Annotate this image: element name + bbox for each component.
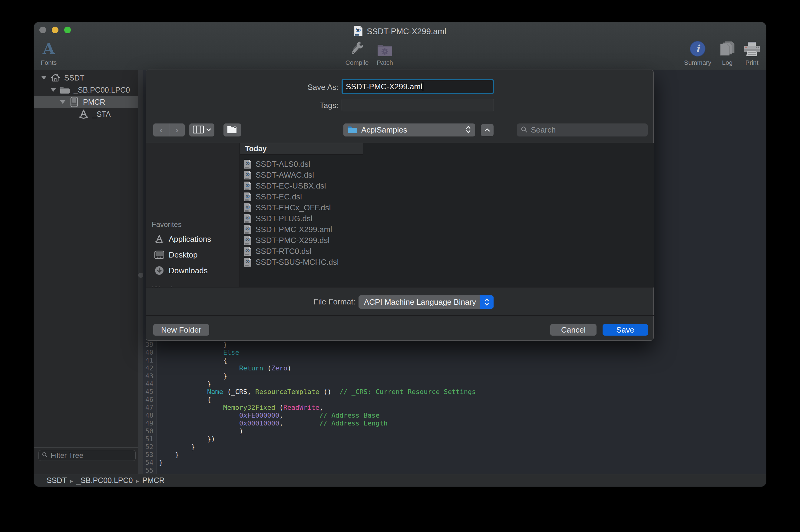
printer-icon <box>744 39 760 57</box>
breadcrumb-item: PMCR <box>142 476 165 484</box>
tree-item-_sta[interactable]: _STA <box>34 108 138 120</box>
sidebar-item-downloads[interactable]: Downloads <box>146 263 240 279</box>
tree-item-ssdt[interactable]: SSDT <box>34 72 138 84</box>
document-file-icon <box>244 258 252 267</box>
icloud-header: iCloud <box>152 285 172 287</box>
print-button[interactable]: Print <box>728 39 766 66</box>
document-file-icon <box>244 159 252 169</box>
file-row[interactable]: SSDT-EC.dsl <box>240 191 363 202</box>
breadcrumb-item: _SB.PC00.LPC0 <box>76 476 133 484</box>
disclosure-triangle-icon[interactable] <box>41 76 46 80</box>
up-directory-button[interactable] <box>481 124 494 136</box>
document-file-icon <box>244 225 252 234</box>
column-view-icon <box>193 126 204 135</box>
disclosure-triangle-icon[interactable] <box>60 100 66 104</box>
location-popup[interactable]: AcpiSamples <box>343 124 475 136</box>
document-file-icon <box>244 181 252 191</box>
breadcrumb-item: SSDT <box>46 476 67 484</box>
new-folder-button[interactable]: New Folder <box>153 324 209 336</box>
file-format-row: File Format: ACPI Machine Language Binar… <box>146 287 654 315</box>
fonts-button[interactable]: A Fonts <box>34 39 73 66</box>
folder-blue-icon <box>348 126 357 135</box>
file-format-label: File Format: <box>283 297 355 307</box>
file-name: SSDT-EC.dsl <box>256 192 302 202</box>
file-row[interactable]: SSDT-PMC-X299.aml <box>240 224 363 235</box>
patch-folder-icon <box>377 39 393 57</box>
tags-label: Tags: <box>266 101 338 110</box>
view-mode-button[interactable] <box>189 124 215 136</box>
search-icon <box>521 126 528 134</box>
tree-item-pmcr[interactable]: PMCR <box>34 96 138 108</box>
house-icon <box>50 73 60 83</box>
favorites-header: Favorites <box>152 220 182 229</box>
file-name: SSDT-EHCx_OFF.dsl <box>256 203 331 212</box>
document-file-icon <box>244 170 252 180</box>
downloads-icon <box>154 266 164 276</box>
file-name: SSDT-SBUS-MCHC.dsl <box>256 258 338 267</box>
back-button[interactable]: ‹ <box>153 124 169 136</box>
line-numbers: 3940414243444546474849505152535455 <box>145 341 153 475</box>
document-file-icon <box>244 192 252 202</box>
file-row[interactable]: SSDT-RTC0.dsl <box>240 246 363 256</box>
file-group-header: Today <box>240 143 363 155</box>
splitter-knob-icon[interactable] <box>138 273 143 278</box>
save-button[interactable]: Save <box>602 324 648 336</box>
file-name: SSDT-AWAC.dsl <box>256 170 314 180</box>
save-as-input[interactable]: SSDT-PMC-X299.aml <box>341 79 494 94</box>
document-icon <box>354 25 363 38</box>
chevron-up-icon <box>484 127 490 133</box>
file-row[interactable]: SSDT-AWAC.dsl <box>240 169 363 180</box>
patch-button[interactable]: Patch <box>361 39 409 66</box>
code-text[interactable]: } Else { Return (Zero) } } Name (_CRS, R… <box>159 341 766 467</box>
file-name: SSDT-PLUG.dsl <box>256 214 313 223</box>
updown-chevrons-icon <box>480 296 494 309</box>
tree-item-_sb.pc00.lpc0[interactable]: _SB.PC00.LPC0 <box>34 84 138 96</box>
search-input[interactable]: Search <box>517 124 648 136</box>
window-title: SSDT-PMC-X299.aml <box>367 27 446 36</box>
file-name: SSDT-RTC0.dsl <box>256 247 311 256</box>
file-name: SSDT-PMC-X299.aml <box>256 225 332 234</box>
file-row[interactable]: SSDT-ALS0.dsl <box>240 158 363 169</box>
fonts-icon: A <box>43 39 55 57</box>
favorites-list: ApplicationsDesktopDownloads <box>146 231 240 279</box>
cancel-button[interactable]: Cancel <box>550 324 596 336</box>
status-bar: SSDT▸_SB.PC00.LPC0▸PMCR <box>34 474 766 487</box>
forward-button[interactable]: › <box>169 124 185 136</box>
file-list: SSDT-ALS0.dslSSDT-AWAC.dslSSDT-EC-USBX.d… <box>240 158 363 267</box>
method-icon <box>78 109 89 119</box>
tags-input[interactable] <box>341 99 494 111</box>
new-folder-icon-button[interactable] <box>223 124 241 136</box>
filter-area: Filter Tree <box>34 447 138 473</box>
device-icon <box>69 97 79 107</box>
place-label: Desktop <box>169 250 198 260</box>
sidebar-item-applications[interactable]: Applications <box>146 231 240 247</box>
sidebar-item-desktop[interactable]: Desktop <box>146 247 240 263</box>
dialog-footer: New Folder Cancel Save <box>146 315 654 341</box>
disclosure-triangle-icon[interactable] <box>51 88 56 92</box>
file-row[interactable]: SSDT-EHCx_OFF.dsl <box>240 202 363 213</box>
desktop-icon <box>154 250 164 260</box>
file-row[interactable]: SSDT-EC-USBX.dsl <box>240 180 363 191</box>
chevron-down-icon <box>206 127 211 133</box>
folder-plus-icon <box>227 125 238 135</box>
places-sidebar: Favorites ApplicationsDesktopDownloads i… <box>146 143 240 287</box>
folder-icon <box>60 85 70 95</box>
file-list-column: Today SSDT-ALS0.dslSSDT-AWAC.dslSSDT-EC-… <box>240 143 364 287</box>
filter-tree-input[interactable]: Filter Tree <box>38 450 136 461</box>
tree-item-label: _SB.PC00.LPC0 <box>74 86 130 94</box>
pane-splitter[interactable] <box>138 70 143 474</box>
applications-icon <box>154 234 164 244</box>
breadcrumb-separator-icon: ▸ <box>70 478 73 484</box>
document-file-icon <box>244 236 252 245</box>
save-dialog: Save As: SSDT-PMC-X299.aml Tags: ‹ › Acp… <box>146 70 654 341</box>
file-row[interactable]: SSDT-PLUG.dsl <box>240 213 363 224</box>
file-row[interactable]: SSDT-PMC-X299.dsl <box>240 235 363 246</box>
window-title-group: SSDT-PMC-X299.aml <box>34 26 766 37</box>
file-name: SSDT-EC-USBX.dsl <box>256 181 326 191</box>
file-format-popup[interactable]: ACPI Machine Language Binary <box>358 296 494 309</box>
breadcrumb-separator-icon: ▸ <box>136 478 139 484</box>
file-row[interactable]: SSDT-SBUS-MCHC.dsl <box>240 256 363 267</box>
tree-sidebar: SSDT_SB.PC00.LPC0PMCR_STA Filter Tree <box>34 70 138 474</box>
file-name: SSDT-PMC-X299.dsl <box>256 236 330 245</box>
tree-item-label: _STA <box>92 110 111 119</box>
